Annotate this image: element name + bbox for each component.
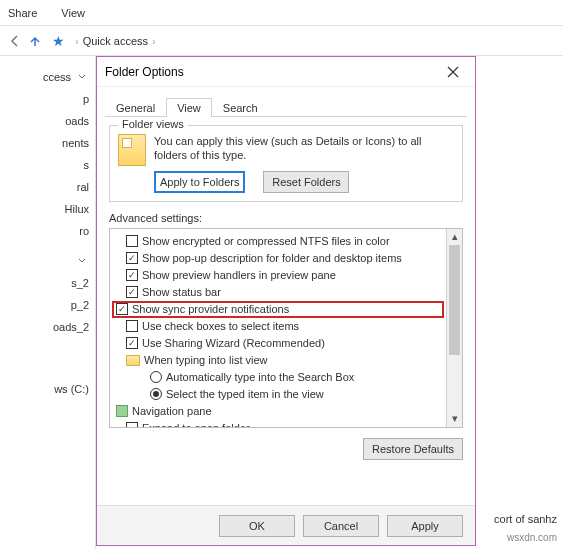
adv-option[interactable]: ✓Show pop-up description for folder and … [112, 250, 444, 267]
chevron-down-icon[interactable] [75, 70, 89, 84]
tree-item[interactable]: s_2 [0, 272, 95, 294]
scroll-track[interactable] [447, 245, 462, 411]
checkbox-icon[interactable]: ✓ [126, 337, 138, 349]
folder-views-legend: Folder views [118, 118, 188, 130]
checkbox-icon[interactable] [126, 320, 138, 332]
adv-option[interactable]: Expand to open folder [112, 420, 444, 427]
folder-views-text: You can apply this view (such as Details… [154, 134, 454, 163]
tree-item[interactable]: oads [0, 110, 95, 132]
nav-back-icon[interactable] [6, 32, 24, 50]
folder-icon [126, 355, 140, 366]
checkbox-icon[interactable]: ✓ [126, 286, 138, 298]
navigation-pane-icon [116, 405, 128, 417]
tree-item[interactable]: nents [0, 132, 95, 154]
scroll-down-icon[interactable]: ▾ [447, 411, 462, 427]
reset-folders-button[interactable]: Reset Folders [263, 171, 349, 193]
tree-item[interactable]: ral [0, 176, 95, 198]
tab-view[interactable]: View [166, 98, 212, 117]
tree-item[interactable] [0, 250, 95, 272]
tree-item[interactable]: ws (C:) [0, 378, 95, 400]
dialog-title: Folder Options [105, 65, 439, 79]
checkbox-icon[interactable]: ✓ [126, 252, 138, 264]
breadcrumb-sep-icon: › [75, 35, 79, 47]
cancel-button[interactable]: Cancel [303, 515, 379, 537]
adv-option[interactable]: ✓Show status bar [112, 284, 444, 301]
advanced-settings-label: Advanced settings: [109, 212, 463, 224]
apply-button[interactable]: Apply [387, 515, 463, 537]
menu-share[interactable]: Share [8, 7, 37, 19]
tree-item[interactable]: s [0, 154, 95, 176]
dialog-button-row: OK Cancel Apply [97, 505, 475, 545]
nav-tree: ccess p oads nents s ral Hilux ro s_2 p_… [0, 56, 96, 549]
checkbox-icon[interactable]: ✓ [116, 303, 128, 315]
tab-general[interactable]: General [105, 98, 166, 117]
dialog-titlebar: Folder Options [97, 57, 475, 87]
adv-group[interactable]: When typing into list view [112, 352, 444, 369]
breadcrumb-quick-access[interactable]: Quick access [83, 35, 148, 47]
quick-access-star-icon: ★ [52, 33, 65, 49]
window-menu-bar: Share View [0, 0, 563, 26]
tree-item[interactable]: p_2 [0, 294, 95, 316]
dialog-tabs: General View Search [105, 93, 467, 117]
tree-item[interactable]: ccess [0, 66, 95, 88]
adv-group[interactable]: Navigation pane [112, 403, 444, 420]
checkbox-icon[interactable]: ✓ [126, 269, 138, 281]
address-bar: ★ › Quick access › [0, 26, 563, 56]
adv-radio-option[interactable]: Select the typed item in the view [112, 386, 444, 403]
radio-icon[interactable] [150, 371, 162, 383]
tree-item[interactable]: oads_2 [0, 316, 95, 338]
folder-views-icon [118, 134, 146, 166]
ok-button[interactable]: OK [219, 515, 295, 537]
breadcrumb-sep-icon: › [152, 35, 156, 47]
close-button[interactable] [439, 61, 467, 83]
nav-up-icon[interactable] [26, 32, 44, 50]
adv-option[interactable]: ✓Show preview handlers in preview pane [112, 267, 444, 284]
folder-options-dialog: Folder Options General View Search Folde… [96, 56, 476, 546]
tree-item[interactable]: p [0, 88, 95, 110]
scrollbar[interactable]: ▴ ▾ [446, 229, 462, 427]
scroll-up-icon[interactable]: ▴ [447, 229, 462, 245]
folder-views-group: Folder views You can apply this view (su… [109, 125, 463, 202]
adv-option[interactable]: Use check boxes to select items [112, 318, 444, 335]
adv-option[interactable]: Show encrypted or compressed NTFS files … [112, 233, 444, 250]
adv-option-highlighted[interactable]: ✓Show sync provider notifications [112, 301, 444, 318]
advanced-settings-list: Show encrypted or compressed NTFS files … [109, 228, 463, 428]
chevron-down-icon[interactable] [75, 254, 89, 268]
watermark: wsxdn.com [507, 532, 557, 543]
scroll-thumb[interactable] [449, 245, 460, 355]
adv-radio-option[interactable]: Automatically type into the Search Box [112, 369, 444, 386]
radio-icon[interactable] [150, 388, 162, 400]
tree-item[interactable]: ro [0, 220, 95, 242]
tab-search[interactable]: Search [212, 98, 269, 117]
checkbox-icon[interactable] [126, 235, 138, 247]
menu-view[interactable]: View [61, 7, 85, 19]
restore-defaults-button[interactable]: Restore Defaults [363, 438, 463, 460]
corner-text: cort of sanhz [494, 513, 557, 525]
tree-item[interactable]: Hilux [0, 198, 95, 220]
checkbox-icon[interactable] [126, 422, 138, 427]
adv-option[interactable]: ✓Use Sharing Wizard (Recommended) [112, 335, 444, 352]
apply-to-folders-button[interactable]: Apply to Folders [154, 171, 245, 193]
